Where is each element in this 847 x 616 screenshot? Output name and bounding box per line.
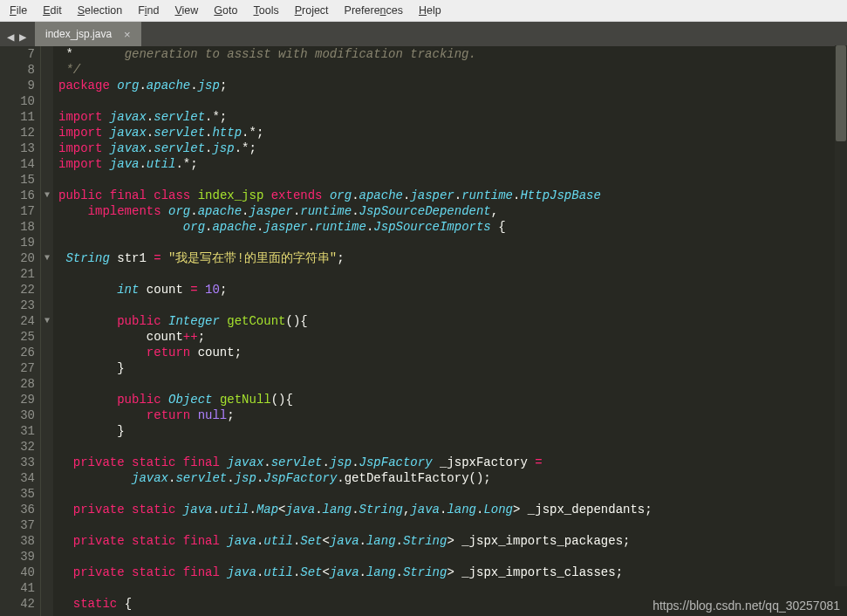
code-line[interactable]: [58, 235, 847, 250]
menu-goto[interactable]: Goto: [208, 3, 243, 18]
line-number: 15: [9, 172, 35, 188]
line-number: 7: [9, 46, 35, 62]
line-number: 8: [9, 62, 35, 78]
menu-project[interactable]: Project: [289, 3, 335, 18]
code-line[interactable]: private static final java.util.Set<java.…: [58, 565, 847, 580]
code-line[interactable]: static {: [58, 596, 847, 612]
menu-selection[interactable]: Selection: [72, 3, 128, 18]
line-number: 35: [9, 486, 35, 502]
fold-marker: [41, 125, 53, 140]
line-number: 21: [9, 266, 35, 282]
line-number: 10: [9, 93, 35, 109]
menu-tools[interactable]: Tools: [247, 3, 284, 18]
code-line[interactable]: private static final javax.servlet.jsp.J…: [58, 455, 847, 470]
menu-preferences[interactable]: Preferences: [338, 3, 409, 18]
code-line[interactable]: public final class index_jsp extends org…: [58, 188, 847, 203]
code-area[interactable]: * generation to assist with modification…: [53, 46, 847, 616]
tab-index_jsp-java[interactable]: index_jsp.java×: [35, 22, 141, 46]
fold-marker: [41, 502, 53, 517]
code-line[interactable]: import java.util.*;: [58, 156, 847, 172]
code-line[interactable]: import javax.servlet.jsp.*;: [58, 140, 847, 156]
code-line[interactable]: javax.servlet.jsp.JspFactory.getDefaultF…: [58, 470, 847, 486]
code-line[interactable]: import javax.servlet.http.*;: [58, 125, 847, 140]
line-number: 28: [9, 376, 35, 392]
code-line[interactable]: private static final java.util.Set<java.…: [58, 533, 847, 549]
code-line[interactable]: int count = 10;: [58, 282, 847, 298]
fold-marker: [41, 62, 53, 78]
code-line[interactable]: [58, 486, 847, 502]
code-line[interactable]: [58, 298, 847, 313]
tab-strip: ◀ ▶ index_jsp.java×: [0, 22, 847, 46]
fold-marker: [41, 235, 53, 250]
line-number: 31: [9, 423, 35, 439]
code-line[interactable]: [58, 93, 847, 109]
line-number: 42: [9, 596, 35, 612]
line-number: 9: [9, 78, 35, 93]
fold-marker: [41, 565, 53, 580]
vertical-scrollbar[interactable]: [835, 45, 847, 586]
line-number: 34: [9, 470, 35, 486]
line-number: 16: [9, 188, 35, 203]
code-line[interactable]: public Integer getCount(){: [58, 313, 847, 329]
line-number-gutter: 7891011121314151617181920212223242526272…: [0, 46, 41, 616]
code-line[interactable]: [58, 549, 847, 565]
line-number: 18: [9, 219, 35, 235]
line-number: 19: [9, 235, 35, 250]
editor[interactable]: 7891011121314151617181920212223242526272…: [0, 46, 847, 616]
line-number: 12: [9, 125, 35, 140]
code-line[interactable]: private static java.util.Map<java.lang.S…: [58, 502, 847, 517]
code-line[interactable]: return null;: [58, 407, 847, 423]
line-number: 25: [9, 329, 35, 345]
code-line[interactable]: org.apache.jasper.runtime.JspSourceImpor…: [58, 219, 847, 235]
code-line[interactable]: [58, 580, 847, 596]
menu-view[interactable]: View: [168, 3, 204, 18]
fold-marker: [41, 439, 53, 455]
fold-marker[interactable]: ▼: [41, 313, 53, 329]
code-line[interactable]: import javax.servlet.*;: [58, 109, 847, 125]
fold-marker: [41, 109, 53, 125]
code-line[interactable]: [58, 266, 847, 282]
code-line[interactable]: count++;: [58, 329, 847, 345]
line-number: 27: [9, 360, 35, 376]
fold-gutter[interactable]: ▼▼▼: [41, 46, 53, 616]
code-line[interactable]: [58, 439, 847, 455]
fold-marker: [41, 140, 53, 156]
scrollbar-thumb[interactable]: [836, 45, 846, 141]
code-line[interactable]: return count;: [58, 345, 847, 360]
code-line[interactable]: public Object getNull(){: [58, 392, 847, 407]
line-number: 23: [9, 298, 35, 313]
code-line[interactable]: }: [58, 423, 847, 439]
fold-marker: [41, 580, 53, 596]
menu-edit[interactable]: Edit: [37, 3, 68, 18]
fold-marker: [41, 596, 53, 612]
code-line[interactable]: * generation to assist with modification…: [58, 46, 847, 62]
menu-file[interactable]: File: [3, 3, 33, 18]
nav-forward-icon[interactable]: ▶: [19, 30, 28, 38]
line-number: 37: [9, 517, 35, 533]
fold-marker: [41, 486, 53, 502]
nav-back-icon[interactable]: ◀: [7, 30, 16, 38]
line-number: 38: [9, 533, 35, 549]
line-number: 32: [9, 439, 35, 455]
code-line[interactable]: package org.apache.jsp;: [58, 78, 847, 93]
code-line[interactable]: [58, 517, 847, 533]
close-icon[interactable]: ×: [124, 28, 131, 41]
code-line[interactable]: }: [58, 360, 847, 376]
code-line[interactable]: */: [58, 62, 847, 78]
code-line[interactable]: implements org.apache.jasper.runtime.Jsp…: [58, 203, 847, 219]
menu-help[interactable]: Help: [413, 3, 447, 18]
code-line[interactable]: [58, 172, 847, 188]
line-number: 17: [9, 203, 35, 219]
menu-find[interactable]: Find: [132, 3, 165, 18]
code-line[interactable]: [58, 376, 847, 392]
line-number: 22: [9, 282, 35, 298]
line-number: 24: [9, 313, 35, 329]
fold-marker: [41, 423, 53, 439]
fold-marker[interactable]: ▼: [41, 250, 53, 266]
fold-marker: [41, 172, 53, 188]
fold-marker: [41, 78, 53, 93]
fold-marker: [41, 470, 53, 486]
code-line[interactable]: String str1 = "我是写在带!的里面的字符串";: [58, 250, 847, 266]
fold-marker: [41, 219, 53, 235]
fold-marker[interactable]: ▼: [41, 188, 53, 203]
